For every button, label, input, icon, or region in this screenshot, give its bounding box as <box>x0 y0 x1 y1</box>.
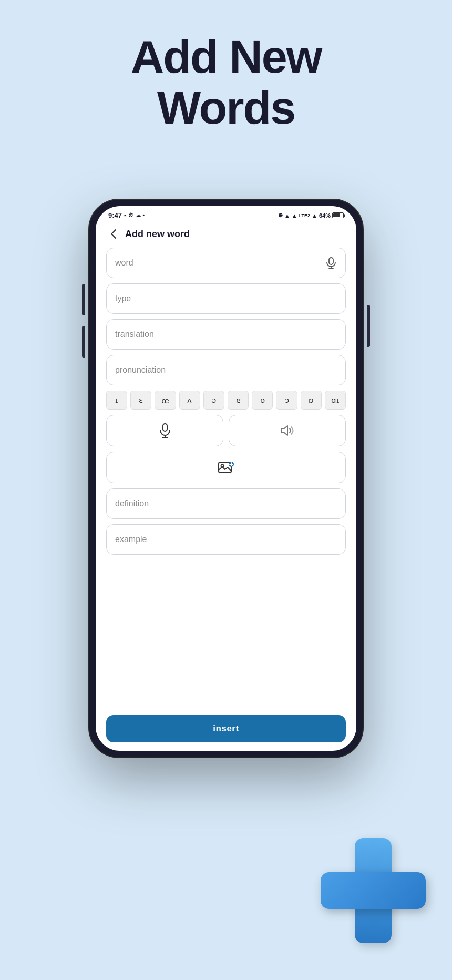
phone-mockup: 9:47 ▪ ⏱ ☁ • ⊕ ▲ ▲ LTE2 ▲ 64% <box>89 200 363 757</box>
record-button[interactable] <box>106 415 223 446</box>
volume-up-button <box>82 284 85 315</box>
definition-field[interactable]: definition <box>106 488 346 519</box>
time-display: 9:47 <box>108 211 122 219</box>
translation-field[interactable]: translation <box>106 319 346 350</box>
insert-button[interactable]: insert <box>106 715 346 742</box>
back-button[interactable] <box>106 227 121 241</box>
status-icon-cloud: ☁ <box>136 212 141 218</box>
phone-screen: 9:47 ▪ ⏱ ☁ • ⊕ ▲ ▲ LTE2 ▲ 64% <box>96 206 356 751</box>
audio-controls <box>106 415 346 446</box>
phonetic-key-5[interactable]: ɐ <box>228 391 249 410</box>
phonetic-key-7[interactable]: ɔ <box>276 391 297 410</box>
plus-decoration <box>315 833 431 948</box>
power-button <box>367 305 370 347</box>
type-field[interactable]: type <box>106 283 346 314</box>
wifi-icon: ▲ <box>284 212 290 219</box>
status-bar: 9:47 ▪ ⏱ ☁ • ⊕ ▲ ▲ LTE2 ▲ 64% <box>96 206 356 221</box>
image-picker-button[interactable] <box>106 452 346 483</box>
status-icon-square: ▪ <box>124 212 126 218</box>
phonetic-key-1[interactable]: ɛ <box>130 391 151 410</box>
battery-pct: 64% <box>319 212 331 219</box>
phonetic-key-2[interactable]: œ <box>155 391 176 410</box>
pronunciation-placeholder: pronunciation <box>115 365 337 375</box>
form-container: word type translation <box>96 248 356 711</box>
example-placeholder: example <box>115 535 337 544</box>
definition-placeholder: definition <box>115 499 337 508</box>
svg-rect-0 <box>329 258 333 264</box>
type-placeholder: type <box>115 294 337 303</box>
svg-rect-3 <box>163 424 167 431</box>
translation-placeholder: translation <box>115 330 337 339</box>
status-icon-timer: ⏱ <box>128 212 133 218</box>
phonetic-key-9[interactable]: ɑɪ <box>325 391 346 410</box>
battery-icon <box>332 212 344 218</box>
status-left: 9:47 ▪ ⏱ ☁ • <box>108 211 145 219</box>
status-icon-dot: • <box>143 212 145 218</box>
page-title: Add new word <box>125 229 190 240</box>
app-header: Add new word <box>96 221 356 248</box>
example-field[interactable]: example <box>106 524 346 555</box>
status-right: ⊕ ▲ ▲ LTE2 ▲ 64% <box>278 212 344 219</box>
lte2-label: LTE2 <box>299 213 310 218</box>
microphone-icon[interactable] <box>325 257 337 269</box>
phonetic-key-8[interactable]: ɒ <box>301 391 322 410</box>
speaker-button[interactable] <box>229 415 346 446</box>
phonetic-key-0[interactable]: ɪ <box>106 391 127 410</box>
volume-down-button <box>82 326 85 358</box>
phonetic-key-3[interactable]: ʌ <box>179 391 200 410</box>
insert-label: insert <box>213 723 239 734</box>
hero-title: Add New Words <box>0 0 452 134</box>
word-field[interactable]: word <box>106 248 346 278</box>
word-placeholder: word <box>115 258 325 268</box>
signal2-icon: ▲ <box>312 212 317 219</box>
pronunciation-field[interactable]: pronunciation <box>106 355 346 385</box>
bluetooth-icon: ⊕ <box>278 212 283 219</box>
phonetic-symbols-row: ɪ ɛ œ ʌ ə ɐ ʊ ɔ ɒ ɑɪ <box>106 391 346 410</box>
signal-icon: ▲ <box>292 212 297 219</box>
phonetic-key-6[interactable]: ʊ <box>252 391 273 410</box>
phonetic-key-4[interactable]: ə <box>203 391 224 410</box>
